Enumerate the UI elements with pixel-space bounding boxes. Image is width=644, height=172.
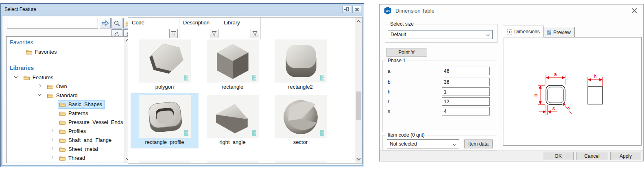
scroll-up-icon[interactable] (356, 20, 360, 24)
grid-scrollbar[interactable] (355, 17, 362, 163)
dialog-titlebar[interactable]: G4 Dimension Table (380, 4, 643, 17)
arrow-right-icon (102, 20, 109, 26)
folder-icon (59, 102, 66, 107)
chevron-right-icon[interactable] (49, 155, 55, 161)
grid-item-sector[interactable]: sector (266, 93, 334, 148)
tree-item-sheet-metal[interactable]: Sheet_metal (7, 144, 124, 153)
filter-button-code[interactable] (169, 29, 178, 38)
folder-icon (59, 111, 66, 116)
thumbnail (139, 95, 191, 138)
tree-item-pressure-vessel-ends[interactable]: Pressure_Vessel_Ends (7, 118, 124, 126)
chevron-down-icon[interactable] (13, 74, 19, 80)
search-button[interactable] (111, 18, 122, 28)
thumbnail-label: sector (266, 139, 334, 145)
folder-icon (59, 146, 66, 152)
grid-item-partial[interactable] (199, 159, 266, 163)
tree-item-own[interactable]: Own (7, 82, 124, 91)
dimension-table-dialog: G4 Dimension Table Select size Default P… (379, 4, 644, 161)
item-code-group: Item code (0 qnt) Not selected Item data (382, 135, 497, 150)
field-input-b[interactable] (442, 78, 490, 86)
technical-drawing: a b s r h (503, 37, 640, 144)
scroll-down-icon[interactable] (356, 156, 360, 160)
folder-icon (26, 49, 33, 54)
thumbnail (207, 95, 259, 138)
tab-dimensions[interactable]: Dimensions (503, 26, 544, 37)
item-data-button[interactable]: Item data (464, 139, 493, 148)
chevron-right-icon[interactable] (37, 83, 42, 89)
feature-badge-icon (320, 130, 325, 136)
thumbnail-placeholder (139, 161, 191, 163)
select-feature-titlebar[interactable]: Select Feature (1, 4, 364, 15)
column-header-code[interactable]: Code (128, 17, 179, 28)
tree-item-favorites[interactable]: Favorites (7, 47, 124, 56)
filter-button-description[interactable] (210, 29, 218, 38)
tree-item-shaft-and-flange[interactable]: Shaft_and_Flange (7, 135, 124, 144)
feature-badge-icon (184, 130, 189, 136)
tree-section-libraries[interactable]: Libraries (7, 63, 124, 73)
point-s-button[interactable]: Point 's' (386, 48, 427, 57)
dialog-title: Dimension Table (395, 8, 434, 14)
svg-text:h: h (594, 73, 596, 79)
field-input-a[interactable] (442, 67, 490, 75)
chevron-down-icon (453, 142, 456, 146)
size-select[interactable]: Default (388, 30, 493, 39)
tab-preview[interactable]: Preview (543, 27, 575, 37)
field-label-h: h (388, 89, 391, 95)
feature-grid: Code Description (128, 17, 362, 163)
grid-item-polygon[interactable]: polygon (131, 38, 199, 93)
field-input-s[interactable] (442, 107, 490, 115)
thumbnail-label: polygon (131, 84, 199, 90)
dialog-footer: OK Cancel Apply (380, 150, 643, 161)
chevron-right-icon[interactable] (49, 137, 55, 143)
chevron-right-icon[interactable] (49, 146, 55, 152)
grid-item-right-angle[interactable]: right_angle (199, 93, 266, 148)
grid-item-rectangle-profile[interactable]: rectangle_profile (131, 93, 199, 148)
search-input[interactable] (7, 18, 98, 28)
tree-item-basic-shapes[interactable]: Basic_Shapes (7, 100, 124, 109)
cube-shape (207, 39, 259, 83)
field-label-s: s (388, 109, 390, 114)
svg-text:s: s (552, 105, 555, 111)
chevron-down-icon[interactable] (37, 92, 42, 98)
folder-icon (59, 128, 66, 134)
screen: Select Feature (0, 0, 644, 172)
tree-section-favorites[interactable]: Favorites (7, 38, 124, 47)
tree-item-patterns[interactable]: Patterns (7, 109, 124, 118)
grid-item-rectangle[interactable]: rectangle (199, 38, 266, 93)
item-code-select[interactable]: Not selected (387, 139, 459, 148)
column-header-library[interactable]: Library (220, 17, 260, 28)
wedge-shape (207, 95, 259, 138)
cancel-button[interactable]: Cancel (576, 152, 607, 160)
close-button[interactable] (631, 7, 638, 14)
filter-button-library[interactable] (251, 29, 259, 38)
tree-item-thread[interactable]: Thread (7, 153, 124, 162)
selected-tree-item[interactable]: Basic_Shapes (58, 100, 105, 109)
tree-item-features[interactable]: Features (7, 73, 124, 82)
pin-button[interactable] (342, 6, 351, 13)
field-input-h[interactable] (442, 87, 490, 96)
grid-item-rectangle2[interactable]: rectangle2 (266, 38, 334, 93)
chevron-right-icon[interactable] (49, 128, 55, 134)
apply-button[interactable]: Apply (610, 152, 641, 160)
group-label: Phase 1 (386, 58, 407, 63)
grid-item-partial[interactable] (266, 159, 334, 163)
tree-item-profiles[interactable]: Profiles (7, 126, 124, 135)
grid-item-partial[interactable] (131, 159, 199, 163)
go-button[interactable] (100, 18, 111, 28)
thumbnail-placeholder (207, 161, 259, 163)
pin-icon (344, 7, 349, 12)
thumbnail (139, 39, 191, 83)
field-label-r: r (388, 99, 389, 105)
thumbnail (275, 39, 327, 83)
folder-icon (59, 155, 66, 161)
search-icon (114, 20, 120, 26)
tree-item-standard[interactable]: Standard (7, 91, 124, 100)
chevron-down-icon (486, 33, 490, 37)
field-input-r[interactable] (442, 97, 490, 106)
folder-icon (59, 137, 66, 143)
close-button[interactable] (352, 6, 361, 13)
scrollbar-thumb[interactable] (356, 91, 361, 120)
column-header-description[interactable]: Description (179, 17, 220, 28)
dimensions-icon (507, 29, 512, 35)
ok-button[interactable]: OK (543, 152, 574, 160)
